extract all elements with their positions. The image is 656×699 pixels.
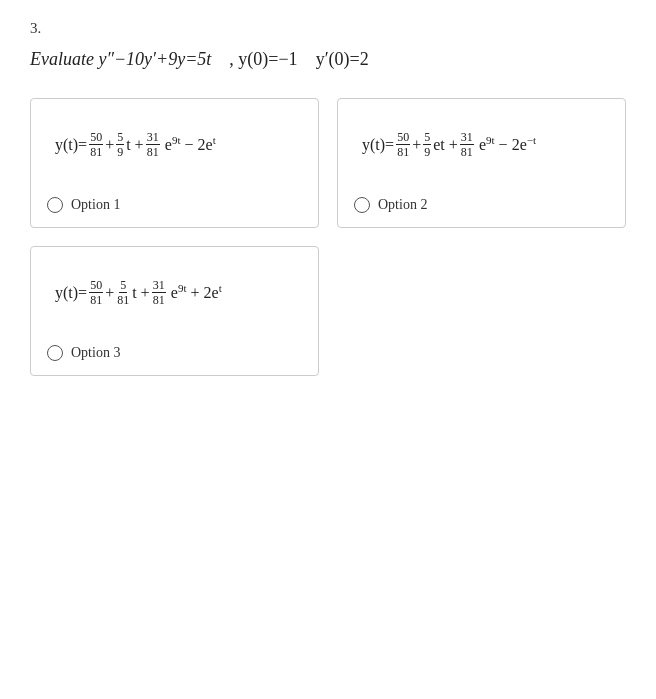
option-1-box: y(t)= 5081 + 59 t + 3181 e9t − 2et Optio… [30, 98, 319, 228]
option-1-formula: y(t)= 5081 + 59 t + 3181 e9t − 2et [47, 117, 302, 187]
option-3-label[interactable]: Option 3 [47, 345, 302, 361]
option-3-row: y(t)= 5081 + 581 t + 3181 e9t + 2et Opti… [30, 246, 626, 376]
option-1-label[interactable]: Option 1 [47, 197, 302, 213]
option-3-box: y(t)= 5081 + 581 t + 3181 e9t + 2et Opti… [30, 246, 319, 376]
problem-text: Evaluate y″−10y′+9y=5t [30, 49, 211, 70]
option-3-radio[interactable] [47, 345, 63, 361]
initial-condition-2: y′(0)=2 [316, 49, 369, 70]
options-grid: y(t)= 5081 + 59 t + 3181 e9t − 2et Optio… [30, 98, 626, 228]
option-3-formula: y(t)= 5081 + 581 t + 3181 e9t + 2et [47, 265, 302, 335]
option-2-radio[interactable] [354, 197, 370, 213]
initial-condition-1: , y(0)=−1 [229, 49, 297, 70]
question-number: 3. [30, 20, 626, 37]
option-1-text: Option 1 [71, 197, 120, 213]
option-2-text: Option 2 [378, 197, 427, 213]
option-2-box: y(t)= 5081 + 59 et + 3181 e9t − 2e−t Opt… [337, 98, 626, 228]
option-3-text: Option 3 [71, 345, 120, 361]
problem-statement: Evaluate y″−10y′+9y=5t , y(0)=−1 y′(0)=2 [30, 49, 626, 70]
option-2-formula: y(t)= 5081 + 59 et + 3181 e9t − 2e−t [354, 117, 609, 187]
option-2-label[interactable]: Option 2 [354, 197, 609, 213]
option-1-radio[interactable] [47, 197, 63, 213]
